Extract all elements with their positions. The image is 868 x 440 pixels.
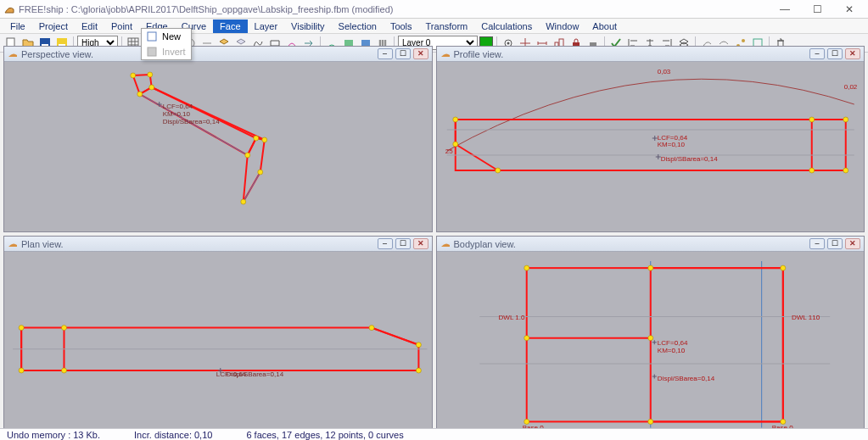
- statusbar: Undo memory : 13 Kb. Incr. distance: 0,1…: [0, 428, 868, 440]
- vp-close-button[interactable]: ✕: [845, 238, 860, 249]
- app-icon: [3, 3, 15, 15]
- svg-point-14: [507, 42, 510, 44]
- svg-point-30: [148, 72, 153, 77]
- ship-icon: [440, 239, 451, 249]
- face-new-label: New: [162, 31, 181, 42]
- svg-text:0,02: 0,02: [843, 83, 857, 91]
- svg-point-88: [647, 336, 652, 341]
- status-geometry: 6 faces, 17 edges, 12 points, 0 curves: [246, 430, 403, 440]
- svg-point-71: [416, 368, 421, 373]
- vp-max-button[interactable]: ☐: [827, 48, 843, 59]
- menu-point[interactable]: Point: [104, 19, 139, 33]
- minimize-button[interactable]: —: [776, 3, 793, 15]
- svg-text:LCF=0,64: LCF=0,64: [657, 339, 687, 347]
- svg-line-63: [372, 328, 418, 345]
- menu-transform[interactable]: Transform: [419, 19, 475, 33]
- svg-marker-23: [133, 75, 152, 94]
- svg-point-33: [254, 136, 259, 141]
- viewport-controls: – ☐ ✕: [378, 48, 428, 59]
- bodyplan-canvas[interactable]: DWL 1.0 DWL 110 LCF=0,64 KM=0,10 Displ/S…: [437, 252, 865, 432]
- menu-project[interactable]: Project: [32, 19, 75, 33]
- svg-rect-41: [455, 120, 845, 170]
- svg-text:LCF=0,64: LCF=0,64: [163, 103, 193, 110]
- svg-point-50: [495, 168, 500, 173]
- vp-close-button[interactable]: ✕: [413, 238, 428, 249]
- svg-text:DWL 1.0: DWL 1.0: [498, 314, 525, 321]
- svg-point-29: [131, 73, 136, 78]
- perspective-canvas[interactable]: LCF=0,64 KM=0,10 Displ/SBarea=0,14: [4, 62, 432, 231]
- svg-point-54: [809, 168, 814, 173]
- vp-max-button[interactable]: ☐: [395, 238, 411, 249]
- svg-point-31: [149, 85, 154, 90]
- svg-line-44: [455, 144, 497, 170]
- vp-max-button[interactable]: ☐: [827, 238, 843, 249]
- window-title: FREE!ship : C:\gloria\jobb\APRIL2017\Del…: [19, 4, 776, 14]
- svg-point-70: [416, 343, 421, 348]
- vp-close-button[interactable]: ✕: [845, 48, 860, 59]
- vp-close-button[interactable]: ✕: [413, 48, 428, 59]
- svg-point-37: [241, 199, 246, 204]
- menubar: File Project Edit Point Edge Curve Face …: [0, 19, 868, 34]
- menu-selection[interactable]: Selection: [332, 19, 384, 33]
- svg-point-36: [245, 153, 250, 158]
- svg-point-66: [19, 368, 24, 373]
- face-dropdown: New Invert: [141, 28, 192, 60]
- menu-file[interactable]: File: [3, 19, 32, 33]
- svg-point-51: [843, 117, 848, 122]
- vp-min-button[interactable]: –: [378, 48, 393, 59]
- new-face-icon: [145, 31, 159, 42]
- svg-point-35: [258, 170, 263, 175]
- bodyplan-header[interactable]: Bodyplan view. – ☐ ✕: [437, 237, 865, 252]
- plan-canvas[interactable]: LCF=0,64 Displ/SBarea=0,14: [4, 252, 432, 432]
- svg-point-67: [61, 326, 66, 331]
- bodyplan-title: Bodyplan view.: [454, 239, 810, 249]
- svg-point-83: [780, 265, 785, 270]
- face-invert-label: Invert: [162, 47, 186, 57]
- perspective-title: Perspective view.: [21, 49, 378, 59]
- close-button[interactable]: ✕: [841, 3, 858, 15]
- svg-text:KM=0,10: KM=0,10: [163, 110, 191, 118]
- svg-rect-0: [148, 32, 156, 41]
- menu-window[interactable]: Window: [539, 19, 585, 33]
- plan-title: Plan view.: [21, 239, 378, 249]
- face-new-item[interactable]: New: [142, 29, 191, 44]
- viewport-controls: – ☐ ✕: [809, 48, 860, 59]
- menu-face[interactable]: Face: [213, 19, 247, 33]
- vp-min-button[interactable]: –: [809, 238, 825, 249]
- perspective-header[interactable]: Perspective view. – ☐ ✕: [4, 47, 432, 62]
- svg-point-65: [19, 326, 24, 331]
- menu-calculations[interactable]: Calculations: [474, 19, 539, 33]
- svg-text:Displ/SBarea=0,14: Displ/SBarea=0,14: [657, 375, 714, 382]
- plan-view: Plan view. – ☐ ✕ LCF=0,64 Displ/SBarea=0…: [3, 236, 433, 433]
- window-controls: — ☐ ✕: [776, 3, 865, 15]
- ship-icon: [440, 49, 451, 59]
- menu-visibility[interactable]: Visibility: [284, 19, 332, 33]
- svg-text:0,03: 0,03: [657, 68, 670, 75]
- vp-min-button[interactable]: –: [378, 238, 393, 249]
- svg-point-20: [742, 39, 745, 42]
- svg-text:Displ/SBarea=0,14: Displ/SBarea=0,14: [163, 118, 220, 125]
- ship-icon: [8, 49, 18, 59]
- face-invert-item: Invert: [142, 44, 191, 59]
- menu-layer[interactable]: Layer: [248, 19, 285, 33]
- svg-text:Displ/SBarea=0,14: Displ/SBarea=0,14: [660, 155, 717, 163]
- maximize-button[interactable]: ☐: [809, 3, 826, 15]
- vp-min-button[interactable]: –: [809, 48, 825, 59]
- profile-view: Profile view. – ☐ ✕ LCF=0,64: [436, 46, 865, 232]
- menu-tools[interactable]: Tools: [384, 19, 419, 33]
- menu-about[interactable]: About: [585, 19, 624, 33]
- bodyplan-view: Bodyplan view. – ☐ ✕ DWL 1.0 D: [436, 236, 865, 433]
- invert-face-icon: [145, 46, 159, 58]
- svg-text:25: 25: [445, 148, 452, 155]
- svg-point-32: [137, 92, 143, 97]
- svg-point-53: [809, 117, 814, 122]
- profile-canvas[interactable]: LCF=0,64 KM=0,10 Displ/SBarea=0,14 0,03 …: [437, 62, 865, 231]
- svg-point-69: [369, 326, 374, 331]
- menu-edit[interactable]: Edit: [75, 19, 104, 33]
- svg-point-81: [524, 265, 529, 270]
- svg-point-82: [647, 265, 652, 270]
- vp-max-button[interactable]: ☐: [395, 48, 411, 59]
- profile-header[interactable]: Profile view. – ☐ ✕: [437, 47, 865, 62]
- plan-header[interactable]: Plan view. – ☐ ✕: [4, 237, 432, 252]
- viewport-controls: – ☐ ✕: [809, 238, 860, 249]
